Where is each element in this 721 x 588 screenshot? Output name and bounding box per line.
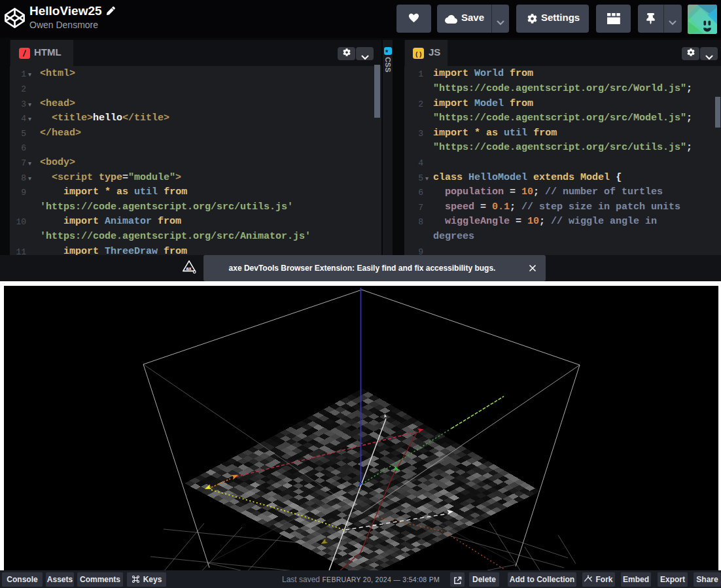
svg-text:CSS: CSS [384,57,392,73]
svg-text:*: * [385,48,389,56]
svg-text:(): () [415,51,422,58]
svg-text:ax: ax [186,266,192,271]
